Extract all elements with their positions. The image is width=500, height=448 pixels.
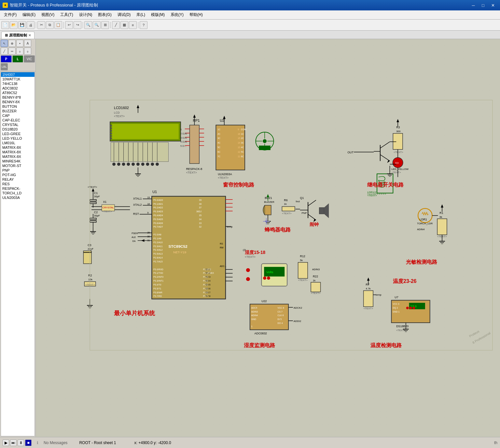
comp-relay[interactable]: RELAY xyxy=(1,177,35,182)
svg-rect-11 xyxy=(110,128,112,129)
comp-button[interactable]: BUTTON xyxy=(1,104,35,109)
svg-point-30 xyxy=(127,162,130,166)
tb-open[interactable]: 📂 xyxy=(10,21,18,29)
svg-text:P1.5: P1.5 xyxy=(203,287,208,290)
tb-comp[interactable]: ▦ xyxy=(120,21,128,29)
comp-motor-st[interactable]: MOTOR-ST xyxy=(1,163,35,168)
tb-net[interactable]: ≡ xyxy=(129,21,137,29)
comp-led-yellow[interactable]: LED-YELLO xyxy=(1,136,35,141)
svg-text:P3.6/WR: P3.6/WR xyxy=(153,291,162,294)
power-tool[interactable]: ⏚ xyxy=(16,48,23,55)
svg-text:<TEXT>: <TEXT> xyxy=(186,171,197,174)
menu-template[interactable]: 模版(M) xyxy=(148,11,167,19)
tb-paste[interactable]: 📋 xyxy=(54,21,62,29)
label-tool[interactable]: A xyxy=(24,40,31,47)
comp-cap-elec[interactable]: CAP-ELEC xyxy=(1,118,35,122)
svg-point-32 xyxy=(136,162,140,166)
ground-tool[interactable]: ⏚ xyxy=(24,48,31,55)
tb-print[interactable]: 🖨 xyxy=(27,21,35,29)
comp-10watt1k[interactable]: 10WATT1K xyxy=(1,77,35,81)
comp-pot-hg[interactable]: POT-HG xyxy=(1,173,35,177)
menu-design[interactable]: 设计(N) xyxy=(76,11,95,19)
select-tool[interactable]: ↖ xyxy=(1,40,8,47)
tb-zoomin[interactable]: 🔍 xyxy=(84,21,92,29)
comp-torch-ldr[interactable]: TORCH_LD xyxy=(1,191,35,195)
step-button[interactable]: ⏭ xyxy=(10,440,17,446)
comp-matrix2[interactable]: MATRIX-8X xyxy=(1,150,35,154)
svg-text:DS18B20: DS18B20 xyxy=(396,325,409,328)
svg-text:P0.1/AD1: P0.1/AD1 xyxy=(153,203,163,205)
tb-new[interactable]: 📄 xyxy=(1,21,9,29)
bus-tool[interactable]: ═ xyxy=(8,48,16,55)
component-tool[interactable]: ⊕ xyxy=(8,40,16,47)
tb-copy[interactable]: ⧉ xyxy=(46,21,54,29)
tb-zoomfit[interactable]: ⊞ xyxy=(101,21,109,29)
play-button[interactable]: ▶ xyxy=(3,440,9,446)
probe-tool[interactable]: LBL xyxy=(1,63,8,70)
comp-minres4k[interactable]: MINRES4K xyxy=(1,159,35,163)
svg-text:TORCH_LDR: TORCH_LDR xyxy=(417,222,433,225)
svg-text:P0.3/AD3: P0.3/AD3 xyxy=(153,210,163,213)
tb-wire[interactable]: ╱ xyxy=(112,21,120,29)
stop-button[interactable]: ■ xyxy=(25,440,32,446)
l-button[interactable]: L xyxy=(12,55,23,63)
svg-text:33: 33 xyxy=(199,222,201,224)
comp-adc0832[interactable]: ADC0832 xyxy=(1,86,35,91)
tb-help[interactable]: ? xyxy=(140,21,147,29)
comp-respack[interactable]: RESPACK- xyxy=(1,186,35,191)
svg-text:P1.6: P1.6 xyxy=(203,291,208,294)
menu-view[interactable]: 视图(V) xyxy=(39,11,57,19)
svg-text:U1: U1 xyxy=(152,190,157,194)
menu-file[interactable]: 文件(F) xyxy=(1,11,19,19)
tb-zoomout[interactable]: 🔍 xyxy=(93,21,101,29)
component-list[interactable]: 1N4007 10WATT1K 74HC138 ADC0832 AT89C52 … xyxy=(1,72,35,436)
tb-cut[interactable]: ✂ xyxy=(37,21,45,29)
close-button[interactable]: ✕ xyxy=(488,2,497,8)
menu-library[interactable]: 库(L) xyxy=(134,11,148,19)
menu-graph[interactable]: 图表(G) xyxy=(95,11,114,19)
wire-tool[interactable]: ╱ xyxy=(1,48,8,55)
comp-lm016l[interactable]: LM016L xyxy=(1,141,35,145)
comp-led-green[interactable]: LED-GREE xyxy=(1,132,35,136)
tb-redo[interactable]: ↪ xyxy=(74,21,81,29)
comp-74hc138[interactable]: 74HC138 xyxy=(1,81,35,86)
comp-matrix1[interactable]: MATRIX-8X xyxy=(1,145,35,150)
vic-button[interactable]: VIC xyxy=(24,55,35,63)
svg-point-31 xyxy=(132,162,135,166)
comp-benny1[interactable]: BENNY-8*8 xyxy=(1,95,35,100)
svg-text:35: 35 xyxy=(199,214,201,217)
menu-tools[interactable]: 工具(T) xyxy=(58,11,76,19)
comp-cap[interactable]: CAP xyxy=(1,113,35,118)
junction-tool[interactable]: • xyxy=(16,40,23,47)
comp-matrix3[interactable]: MATRIX-8X xyxy=(1,154,35,159)
svg-text:EA: EA xyxy=(132,240,136,242)
menu-help[interactable]: 帮助(H) xyxy=(187,11,205,19)
comp-ds18b20[interactable]: DS18B20 xyxy=(1,127,35,132)
menu-debug[interactable]: 调试(D) xyxy=(115,11,133,19)
minimize-button[interactable]: ─ xyxy=(469,2,478,8)
maximize-button[interactable]: □ xyxy=(479,2,488,8)
canvas-area[interactable]: LCD1602 LCD <TEXT> xyxy=(36,39,500,437)
menu-edit[interactable]: 编辑(E) xyxy=(20,11,38,19)
p-button[interactable]: P xyxy=(1,55,12,63)
svg-text:34: 34 xyxy=(199,218,201,220)
pause-button[interactable]: ⏸ xyxy=(18,440,24,446)
svg-point-344 xyxy=(410,307,412,309)
tab-close-icon[interactable]: ✕ xyxy=(28,34,31,37)
comp-uln2003a[interactable]: ULN2003A xyxy=(1,195,35,200)
svg-text:RESPACK-8: RESPACK-8 xyxy=(186,167,202,171)
tb-undo[interactable]: ↩ xyxy=(65,21,73,29)
comp-buzzer[interactable]: BUZZER xyxy=(1,109,35,113)
comp-at89c52[interactable]: AT89C52 xyxy=(1,91,35,95)
menu-system[interactable]: 系统(Y) xyxy=(168,11,186,19)
svg-text:4 DJ0: 4 DJ0 xyxy=(180,140,187,143)
comp-pnp[interactable]: PNP xyxy=(1,168,35,173)
tab-schematic[interactable]: ⊞ 原理图绘制 ✕ xyxy=(1,32,35,39)
comp-1n4007[interactable]: 1N4007 xyxy=(1,72,35,77)
svg-text:最小单片机系统: 最小单片机系统 xyxy=(114,310,155,316)
comp-crystal[interactable]: CRYSTAL xyxy=(1,122,35,127)
tb-save[interactable]: 💾 xyxy=(18,21,26,29)
comp-benny2[interactable]: BENNY-8X xyxy=(1,100,35,104)
comp-res[interactable]: RES xyxy=(1,182,35,186)
svg-text:4.7k: 4.7k xyxy=(366,287,371,290)
